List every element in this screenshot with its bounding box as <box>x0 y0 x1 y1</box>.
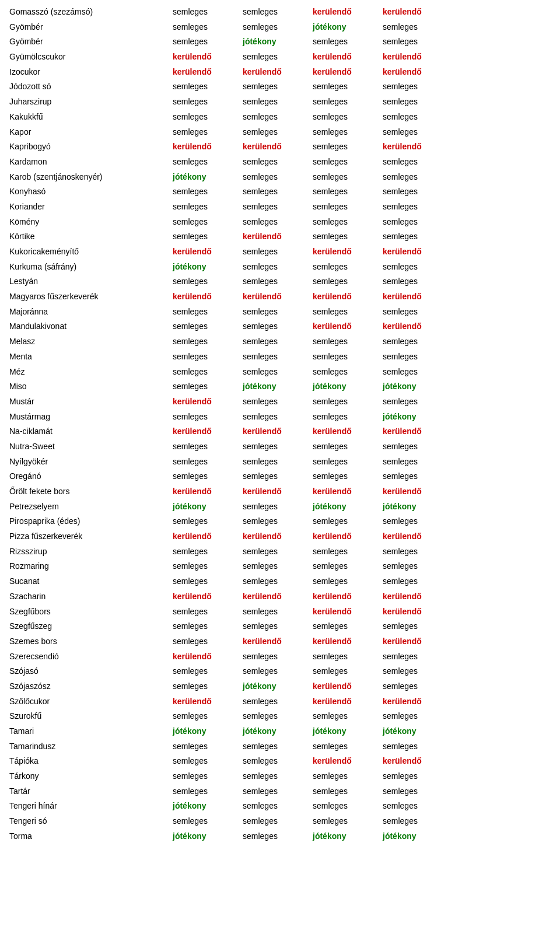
rating-cell-1: kerülendő <box>170 695 240 708</box>
rating-cell-2: jótékony <box>240 680 310 693</box>
rating-cell-2: semleges <box>240 470 310 483</box>
rating-cell-4: semleges <box>380 740 450 753</box>
ingredient-name: Petrezselyem <box>7 501 170 513</box>
rating-cell-2: semleges <box>240 710 310 723</box>
rating-cell-4: semleges <box>380 665 450 678</box>
rating-cell-4: kerülendő <box>380 606 450 618</box>
table-row: Nutra-Sweetsemlegessemlegessemlegessemle… <box>7 439 553 454</box>
rating-cell-1: semleges <box>170 770 240 783</box>
rating-cell-3: jótékony <box>310 380 380 393</box>
ingredient-name: Nutra-Sweet <box>7 440 170 453</box>
rating-cell-2: semleges <box>240 665 310 678</box>
ingredient-name: Tartár <box>7 785 170 798</box>
ingredient-name: Pizza fűszerkeverék <box>7 530 170 543</box>
rating-cell-2: jótékony <box>240 725 310 738</box>
rating-cell-3: semleges <box>310 366 380 379</box>
rating-cell-4: semleges <box>380 440 450 453</box>
rating-cell-4: semleges <box>380 156 450 169</box>
rating-cell-1: semleges <box>170 81 240 93</box>
rating-cell-4: jótékony <box>380 411 450 424</box>
rating-cell-1: kerülendő <box>170 590 240 603</box>
rating-cell-3: jótékony <box>310 21 380 34</box>
rating-cell-3: semleges <box>310 515 380 528</box>
rating-cell-2: semleges <box>240 275 310 288</box>
rating-cell-1: kerülendő <box>170 141 240 153</box>
rating-cell-4: kerülendő <box>380 530 450 543</box>
table-row: Tengeri hínárjótékonysemlegessemlegessem… <box>7 799 553 814</box>
rating-cell-1: jótékony <box>170 725 240 738</box>
ingredient-name: Körtike <box>7 230 170 243</box>
rating-cell-3: kerülendő <box>310 51 380 64</box>
rating-cell-3: kerülendő <box>310 6 380 19</box>
rating-cell-1: kerülendő <box>170 485 240 498</box>
rating-cell-4: kerülendő <box>380 141 450 153</box>
rating-cell-2: semleges <box>240 695 310 708</box>
rating-cell-2: kerülendő <box>240 425 310 438</box>
rating-cell-1: kerülendő <box>170 530 240 543</box>
rating-cell-4: kerülendő <box>380 291 450 303</box>
ingredient-name: Tápióka <box>7 755 170 768</box>
table-row: Misosemlegesjótékonyjótékonyjótékony <box>7 379 553 394</box>
ingredient-name: Mustármag <box>7 411 170 424</box>
table-row: Szójasósemlegessemlegessemlegessemleges <box>7 664 553 679</box>
rating-cell-4: semleges <box>380 560 450 573</box>
ingredient-name: Sucanat <box>7 575 170 588</box>
table-row: Tápiókasemlegessemlegeskerülendőkerülend… <box>7 754 553 769</box>
table-row: Szerecsendiókerülendősemlegessemlegessem… <box>7 649 553 665</box>
rating-cell-1: semleges <box>170 560 240 573</box>
rating-cell-2: semleges <box>240 546 310 558</box>
rating-cell-1: semleges <box>170 575 240 588</box>
ingredient-name: Jódozott só <box>7 81 170 93</box>
rating-cell-4: kerülendő <box>380 425 450 438</box>
rating-cell-1: semleges <box>170 111 240 124</box>
ingredient-name: Kukoricakeményítő <box>7 246 170 258</box>
rating-cell-4: semleges <box>380 171 450 184</box>
rating-cell-4: semleges <box>380 201 450 214</box>
table-row: Magyaros fűszerkeverékkerülendőkerülendő… <box>7 289 553 305</box>
table-row: Szemes borssemlegeskerülendőkerülendőker… <box>7 634 553 649</box>
rating-cell-4: semleges <box>380 651 450 663</box>
rating-cell-4: semleges <box>380 815 450 828</box>
ingredient-name: Mustár <box>7 396 170 408</box>
rating-cell-3: semleges <box>310 546 380 558</box>
table-row: Kakukkfűsemlegessemlegessemlegessemleges <box>7 110 553 125</box>
rating-cell-3: semleges <box>310 141 380 153</box>
rating-cell-1: semleges <box>170 366 240 379</box>
rating-cell-4: semleges <box>380 680 450 693</box>
rating-cell-4: kerülendő <box>380 590 450 603</box>
rating-cell-2: semleges <box>240 560 310 573</box>
rating-cell-1: semleges <box>170 351 240 363</box>
rating-cell-1: semleges <box>170 440 240 453</box>
rating-cell-1: semleges <box>170 785 240 798</box>
rating-cell-3: kerülendő <box>310 485 380 498</box>
rating-cell-1: semleges <box>170 515 240 528</box>
rating-cell-3: kerülendő <box>310 606 380 618</box>
rating-cell-1: semleges <box>170 470 240 483</box>
rating-cell-2: kerülendő <box>240 141 310 153</box>
rating-cell-3: semleges <box>310 96 380 109</box>
rating-cell-4: semleges <box>380 230 450 243</box>
rating-cell-1: semleges <box>170 230 240 243</box>
rating-cell-1: semleges <box>170 755 240 768</box>
ingredient-name: Torma <box>7 830 170 843</box>
rating-cell-2: semleges <box>240 800 310 813</box>
rating-cell-2: semleges <box>240 186 310 198</box>
rating-cell-2: kerülendő <box>240 635 310 648</box>
ingredient-name: Na-ciklamát <box>7 425 170 438</box>
rating-cell-1: semleges <box>170 216 240 229</box>
rating-cell-1: semleges <box>170 6 240 19</box>
table-row: Majoránnasemlegessemlegessemlegessemlege… <box>7 305 553 320</box>
rating-cell-4: semleges <box>380 575 450 588</box>
rating-cell-1: semleges <box>170 606 240 618</box>
ingredient-name: Gomasszó (szezámsó) <box>7 6 170 19</box>
ingredient-name: Lestyán <box>7 275 170 288</box>
table-row: Izocukorkerülendőkerülendőkerülendőkerül… <box>7 65 553 80</box>
ingredient-name: Rizsszirup <box>7 546 170 558</box>
rating-cell-1: jótékony <box>170 501 240 513</box>
table-row: Szegfűszegsemlegessemlegessemlegessemleg… <box>7 619 553 634</box>
table-row: Sucanatsemlegessemlegessemlegessemleges <box>7 574 553 589</box>
rating-cell-2: semleges <box>240 785 310 798</box>
rating-cell-4: semleges <box>380 261 450 274</box>
rating-cell-3: semleges <box>310 230 380 243</box>
table-row: Szegfűborssemlegessemlegeskerülendőkerül… <box>7 604 553 620</box>
